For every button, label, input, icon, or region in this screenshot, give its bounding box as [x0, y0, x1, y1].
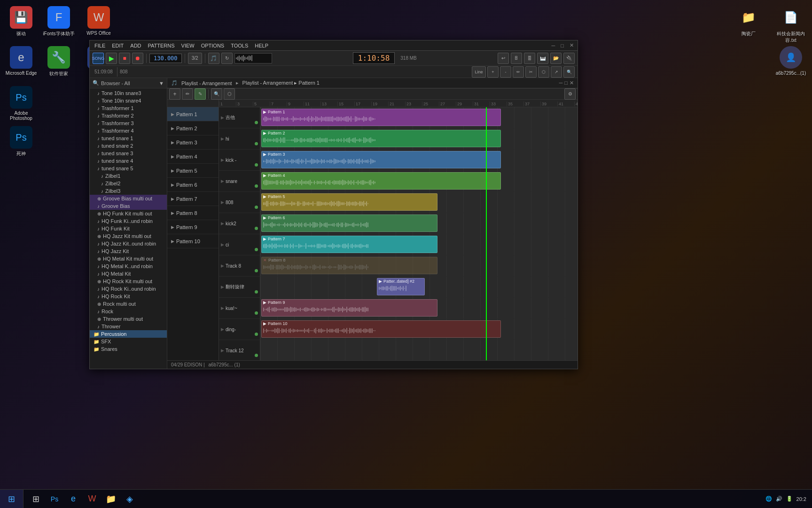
pattern-list-item-9[interactable]: ▶Pattern 9	[167, 220, 219, 234]
pl-select-btn[interactable]: ⬡	[224, 88, 235, 100]
pattern-list-item-8[interactable]: ▶Pattern 8	[167, 206, 219, 220]
menu-item-add[interactable]: ADD	[127, 42, 144, 49]
track-label-10[interactable]: ▶ kua!~	[219, 298, 260, 319]
track-label-3[interactable]: ▶ kick -	[219, 150, 260, 171]
pattern-block-7[interactable]: ▶ Pattern 7	[261, 236, 437, 253]
browser-item-hqmetal_robin[interactable]: ♪HQ Metal K..und robin	[90, 262, 167, 270]
browser-item-tone10in3[interactable]: ♪Tone 10in snare3	[90, 89, 167, 97]
browser-item-trashformer3[interactable]: ♪Trashformer 3	[90, 119, 167, 127]
browser-item-tunedsnare3[interactable]: ♪tuned snare 3	[90, 150, 167, 157]
desktop-icon-drive[interactable]: 💾 驱动	[2, 2, 40, 41]
taskbar-explorer[interactable]: 📁	[102, 491, 119, 508]
browser-item-hqrock_multi[interactable]: ⊕HQ Rock Kit multi out	[90, 278, 167, 285]
track-label-2[interactable]: ▶ hi	[219, 128, 260, 150]
desktop-icon-wps[interactable]: W WPS Office	[80, 2, 117, 40]
browser-item-hqrock_robin[interactable]: ♪HQ Rock Ki..ound robin	[90, 285, 167, 293]
pl-zoom-btn[interactable]: 🔍	[211, 88, 222, 100]
pattern-block-11[interactable]: ▶ Pattern 10	[261, 320, 501, 338]
piano-roll-btn[interactable]: 🎹	[537, 53, 548, 64]
pattern-block-1[interactable]: ▶ Pattern 1	[261, 109, 501, 126]
track-label-7[interactable]: ▶ ci	[219, 234, 260, 255]
browser-item-hqrock[interactable]: ♪HQ Rock Kit	[90, 293, 167, 300]
menu-item-options[interactable]: OPTIONS	[198, 42, 227, 49]
pl-settings-btn[interactable]: ⚙	[564, 88, 576, 100]
menu-item-patterns[interactable]: PATTERNS	[145, 42, 178, 49]
track-label-5[interactable]: ▶ 808	[219, 192, 260, 213]
desktop-icon-photoshop[interactable]: Ps Adobe Photoshop	[2, 82, 40, 125]
channel-rack-btn[interactable]: 🎛	[524, 53, 535, 64]
stop-btn[interactable]: ■	[119, 53, 130, 64]
taskbar-edge[interactable]: e	[65, 491, 82, 508]
browser-item-tone10in4[interactable]: ♪Tone 10in snare4	[90, 97, 167, 104]
pattern-list-item-4[interactable]: ▶Pattern 4	[167, 150, 219, 164]
browser-item-hqjazz[interactable]: ♪HQ Jazz Kit	[90, 247, 167, 255]
pattern-block-9[interactable]: ▶ Patter..dated] #2	[377, 278, 425, 295]
desktop-icon-new-doc[interactable]: 📄 科技会新闻内容.txt	[772, 2, 810, 48]
pattern-block-5[interactable]: ▶ Pattern 5	[261, 193, 437, 211]
pattern-list-item-6[interactable]: ▶Pattern 6	[167, 178, 219, 192]
browser-item-hqmetal_multi[interactable]: ⊕HQ Metal Kit multi out	[90, 255, 167, 262]
desktop-icon-softmgr[interactable]: 🔧 软件管家	[40, 42, 78, 81]
taskbar-start-btn[interactable]: ⊞	[0, 490, 23, 508]
taskbar-multitask[interactable]: ⊞	[27, 491, 44, 508]
menu-item-view[interactable]: VIEW	[179, 42, 197, 49]
browser-item-trashformer1[interactable]: ♪Trashformer 1	[90, 104, 167, 112]
loop-btn[interactable]: ↻	[221, 53, 233, 64]
browser-item-tunedsnare1[interactable]: ♪tuned snare 1	[90, 135, 167, 142]
browser-toggle-btn[interactable]: 📂	[550, 53, 562, 64]
browser-item-percussion[interactable]: 📁Percussion	[90, 330, 167, 338]
menu-item-edit[interactable]: EDIT	[109, 42, 126, 49]
desktop-icon-edge[interactable]: e Microsoft Edge	[2, 42, 40, 79]
browser-item-trashformer2[interactable]: ♪Trashformer 2	[90, 112, 167, 119]
desktop-icon-folder[interactable]: 📁 陶瓷厂	[730, 2, 767, 41]
pattern-list-item-3[interactable]: ▶Pattern 3	[167, 135, 219, 150]
tools-btn3[interactable]: ⬡	[538, 66, 549, 78]
window-close-btn[interactable]: ✕	[568, 42, 576, 48]
playlist-minimize-btn[interactable]: ─	[559, 80, 563, 86]
window-minimize-btn[interactable]: ─	[550, 43, 557, 48]
pattern-block-4[interactable]: ▶ Pattern 4	[261, 172, 501, 190]
desktop-icon-ifonts[interactable]: F iFonts字体助手	[40, 2, 78, 41]
tools-btn5[interactable]: 🔍	[563, 66, 575, 78]
browser-item-hqfunk[interactable]: ♪HQ Funk Kit	[90, 225, 167, 232]
pattern-list-item-5[interactable]: ▶Pattern 5	[167, 164, 219, 178]
browser-item-hqjazz_multi[interactable]: ⊕HQ Jazz Kit multi out	[90, 232, 167, 240]
bpm-display[interactable]: 130.000	[149, 54, 182, 63]
pattern-list-item-2[interactable]: ▶Pattern 2	[167, 121, 219, 135]
desktop-icon-user-avatar[interactable]: 👤 a6b7295c...(1)	[772, 42, 810, 79]
browser-item-groovebias_multi[interactable]: ⊕Groove Bias multi out	[90, 195, 167, 202]
pl-edit-btn[interactable]: ✏	[182, 88, 193, 100]
browser-item-groovebias[interactable]: ♪Groove Bias	[90, 202, 167, 210]
browser-item-tunedsnare5[interactable]: ♪tuned snare 5	[90, 165, 167, 172]
menu-item-file[interactable]: FILE	[92, 42, 108, 49]
browser-item-sfx[interactable]: 📁SFX	[90, 338, 167, 345]
pattern-block-6[interactable]: ▶ Pattern 6	[261, 214, 437, 232]
tools-btn1[interactable]: ✏	[513, 66, 524, 78]
track-label-11[interactable]: ▶ ding-	[219, 319, 260, 340]
pl-add-track-btn[interactable]: +	[169, 88, 180, 100]
pattern-list-item-7[interactable]: ▶Pattern 7	[167, 192, 219, 206]
pattern-block-8[interactable]: ✕ Pattern 8	[261, 257, 437, 274]
desktop-icon-ps2[interactable]: Ps 死神	[2, 122, 40, 161]
pattern-list-item-1[interactable]: ▶Pattern 1	[167, 107, 219, 121]
mixer-btn[interactable]: 🎚	[511, 53, 522, 64]
playlist-close-btn[interactable]: ✕	[570, 80, 574, 86]
pattern-block-2[interactable]: ▶ Pattern 2	[261, 130, 501, 147]
tools-btn4[interactable]: ↗	[551, 66, 562, 78]
browser-item-zilbel3[interactable]: ♪Zilbel3	[90, 187, 167, 195]
browser-item-zilbel1[interactable]: ♪Zilbel1	[90, 172, 167, 180]
tools-btn2[interactable]: ✂	[525, 66, 537, 78]
browser-item-hqfunk_robin[interactable]: ♪HQ Funk Ki..und robin	[90, 217, 167, 225]
track-grid[interactable]: ▶ Pattern 1▶ Pattern 2▶ Pattern 3▶ Patte…	[260, 107, 578, 360]
browser-item-thrower_multi[interactable]: ⊕Thrower multi out	[90, 315, 167, 323]
browser-item-rock[interactable]: ♪Rock	[90, 308, 167, 315]
undo-btn[interactable]: ↩	[498, 53, 509, 64]
browser-item-rock_multi[interactable]: ⊕Rock multi out	[90, 300, 167, 308]
track-label-9[interactable]: ▶ 翻转旋律	[219, 277, 260, 298]
time-sig-btn[interactable]: 3/2	[188, 53, 202, 64]
track-label-6[interactable]: ▶ kick2	[219, 213, 260, 234]
track-label-1[interactable]: ▶ 吉他	[219, 107, 260, 128]
track-label-12[interactable]: ▶ Track 12	[219, 340, 260, 360]
browser-item-hqmetal[interactable]: ♪HQ Metal Kit	[90, 270, 167, 278]
song-mode-btn[interactable]: SONG	[93, 53, 104, 64]
